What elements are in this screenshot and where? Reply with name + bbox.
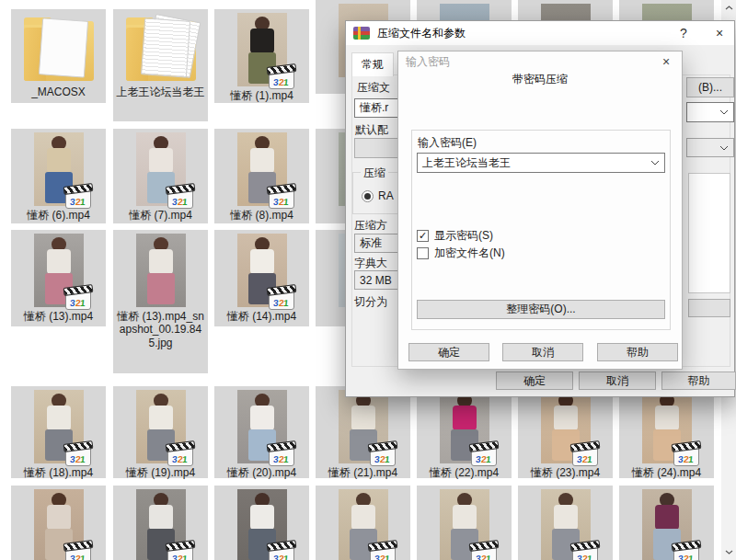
right-column-select[interactable]: [686, 138, 734, 157]
video-file-item[interactable]: 321懂桥 (24).mp4: [619, 386, 714, 478]
tab-general[interactable]: 常规: [351, 52, 394, 76]
mpc-player-icon: 321: [65, 446, 91, 466]
video-file-item[interactable]: 321懂桥 (13).mp4: [11, 230, 106, 326]
close-icon[interactable]: ×: [703, 21, 736, 45]
mpc-player-icon: 321: [471, 446, 497, 466]
video-file-item[interactable]: 321懂桥 (20).mp4: [214, 386, 309, 478]
video-thumbnail: 321: [339, 489, 388, 560]
ok-button-label: 确定: [523, 373, 546, 389]
file-label: 懂桥 (6).mp4: [25, 209, 92, 223]
video-thumbnail: 321: [642, 390, 692, 463]
video-file-item[interactable]: 321懂桥 (14).mp4: [214, 230, 309, 326]
help-button[interactable]: 帮助: [661, 371, 736, 390]
mpc-player-icon: 321: [65, 545, 91, 560]
ok-button[interactable]: 确定: [408, 343, 489, 361]
video-file-item[interactable]: 321懂桥 (21).mp4: [316, 386, 410, 478]
video-file-item[interactable]: 321懂桥 (7).mp4: [113, 129, 208, 223]
video-thumbnail: 321: [541, 390, 591, 463]
video-thumbnail: 321: [440, 489, 489, 560]
password-label: 输入密码(E): [418, 135, 477, 151]
file-label: 懂桥 (8).mp4: [228, 209, 295, 223]
encrypt-names-label: 加密文件名(N): [434, 246, 505, 261]
winrar-icon: [353, 27, 370, 40]
mpc-player-icon: 321: [167, 446, 193, 466]
password-input[interactable]: 上老王论坛当老王: [417, 153, 665, 173]
video-file-item[interactable]: 321: [518, 486, 613, 560]
video-file-item[interactable]: 321懂桥 (22).mp4: [417, 386, 512, 478]
mpc-player-icon: 321: [269, 189, 294, 209]
enter-password-dialog: 输入密码 × 带密码压缩 输入密码(E) 上老王论坛当老王 ✓ 显示密码(S) …: [397, 51, 683, 370]
video-file-item[interactable]: 321懂桥 (1).mp4: [214, 9, 309, 103]
dialog-help-button[interactable]: ?: [670, 21, 697, 45]
video-file-item[interactable]: 321: [11, 486, 106, 560]
checkbox-unchecked-icon: [417, 247, 429, 259]
video-thumbnail: 321: [237, 132, 287, 206]
organize-passwords-button[interactable]: 整理密码(O)...: [417, 300, 665, 319]
dialog-titlebar[interactable]: 输入密码: [398, 51, 682, 72]
image-file-item[interactable]: 懂桥 (13).mp4_snapshot_00.19.845.jpg: [113, 230, 208, 373]
file-label: 懂桥 (21).mp4: [327, 466, 399, 481]
dictionary-size-value: 32 MB: [360, 274, 392, 287]
dialog-title: 压缩文件名和参数: [377, 26, 466, 41]
mpc-player-icon: 321: [572, 446, 598, 466]
mpc-player-icon: 321: [269, 446, 294, 466]
chevron-down-icon: [650, 160, 660, 166]
video-file-item[interactable]: 321懂桥 (6).mp4: [11, 129, 106, 223]
chevron-up-icon: [725, 6, 733, 10]
ok-button[interactable]: 确定: [496, 371, 573, 390]
video-thumbnail: 321: [136, 390, 186, 463]
video-file-item[interactable]: 321懂桥 (23).mp4: [518, 386, 613, 478]
video-file-item[interactable]: 321懂桥 (8).mp4: [214, 129, 309, 223]
password-heading: 带密码压缩: [398, 72, 682, 87]
folder-icon: [20, 17, 98, 83]
file-label: 懂桥 (14).mp4: [225, 310, 298, 325]
video-thumbnail: 321: [237, 13, 287, 86]
update-mode-select[interactable]: [686, 102, 734, 122]
help-button-label: 帮助: [688, 373, 710, 389]
encrypt-names-checkbox[interactable]: 加密文件名(N): [417, 246, 505, 261]
file-label: 懂桥 (20).mp4: [225, 466, 298, 481]
video-thumbnail: 321: [440, 390, 489, 463]
video-file-item[interactable]: 321: [316, 486, 410, 560]
chevron-down-icon: [719, 109, 729, 115]
mpc-player-icon: 321: [269, 69, 294, 89]
split-volumes-label: 切分为: [354, 294, 387, 310]
scroll-down-button[interactable]: [721, 544, 736, 560]
cancel-button[interactable]: 取消: [502, 343, 583, 361]
file-label: 懂桥 (1).mp4: [228, 89, 295, 104]
right-column-button[interactable]: [688, 299, 730, 317]
file-label: 懂桥 (19).mp4: [124, 466, 197, 481]
show-password-label: 显示密码(S): [434, 228, 493, 244]
video-thumbnail: 321: [136, 132, 186, 206]
folder-item[interactable]: 上老王论坛当老王: [113, 9, 208, 121]
video-file-item[interactable]: 321懂桥 (18).mp4: [11, 386, 106, 478]
folder-item[interactable]: _MACOSX: [11, 9, 106, 103]
mpc-player-icon: 321: [65, 189, 91, 209]
mpc-player-icon: 321: [673, 446, 699, 466]
archive-name-value: 懂桥.r: [360, 100, 388, 116]
browse-button[interactable]: (B)...: [686, 77, 734, 97]
mpc-player-icon: 321: [269, 290, 294, 310]
file-label: 上老王论坛当老王: [115, 86, 207, 100]
checkbox-checked-icon: ✓: [417, 230, 429, 242]
show-password-checkbox[interactable]: ✓ 显示密码(S): [417, 228, 493, 244]
video-file-item[interactable]: 321: [214, 486, 309, 560]
file-label: 懂桥 (22).mp4: [428, 466, 500, 481]
scroll-up-button[interactable]: [721, 0, 736, 16]
help-button-label: 帮助: [627, 345, 649, 360]
format-rar-radio[interactable]: RA: [362, 189, 394, 202]
video-file-item[interactable]: 321: [619, 486, 714, 560]
video-thumbnail: 321: [237, 489, 287, 560]
close-icon[interactable]: ×: [652, 51, 680, 72]
video-file-item[interactable]: 321懂桥 (19).mp4: [113, 386, 208, 478]
folder-icon: [122, 17, 200, 83]
mpc-player-icon: 321: [471, 545, 497, 560]
help-button[interactable]: 帮助: [597, 343, 678, 361]
video-file-item[interactable]: 321: [417, 486, 512, 560]
video-file-item[interactable]: 321: [113, 486, 208, 560]
file-label: 懂桥 (23).mp4: [529, 466, 602, 481]
video-thumbnail: 321: [237, 234, 287, 307]
cancel-button[interactable]: 取消: [579, 371, 656, 390]
profiles-label: 默认配: [355, 122, 388, 138]
dialog-title: 输入密码: [406, 54, 450, 70]
